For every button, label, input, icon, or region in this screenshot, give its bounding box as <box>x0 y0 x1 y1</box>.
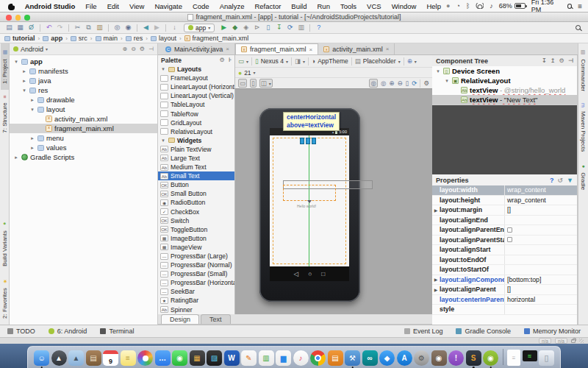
property-row-layout-alignparentend[interactable]: layout:alignParentEnd <box>432 225 577 236</box>
menu-analyze[interactable]: Analyze <box>215 2 250 10</box>
chevron-right-icon[interactable]: ▸ <box>29 97 35 103</box>
palette-item-gridlayout[interactable]: GridLayout <box>158 118 234 127</box>
settings-icon[interactable]: ⚙ <box>219 57 224 63</box>
close-icon[interactable]: × <box>386 46 390 52</box>
hello-world-text[interactable]: Hello world! <box>297 204 316 208</box>
coverage-icon[interactable]: ◈ <box>241 23 251 32</box>
palette-section-widgets[interactable]: ▾Widgets <box>158 136 234 145</box>
menu-run[interactable]: Run <box>312 2 334 10</box>
toolwindow-6-android[interactable]: 6: Android <box>49 328 87 335</box>
debug-icon[interactable]: ◆ <box>230 23 240 32</box>
palette-item-medium-text[interactable]: AbMedium Text <box>158 163 234 171</box>
palette-item-linearlayout-vertical[interactable]: LinearLayout (Vertical) <box>158 91 234 100</box>
messages-icon[interactable]: … <box>155 350 171 366</box>
palette-item-checkbox[interactable]: ✓CheckBox <box>158 208 234 216</box>
notification-center-icon[interactable]: ≡ <box>578 2 582 10</box>
project-view-selector[interactable]: Android <box>21 46 43 53</box>
synchronize-icon[interactable]: Ø <box>26 23 36 32</box>
preview-icon[interactable]: ▲ <box>68 350 84 366</box>
close-icon[interactable]: × <box>226 46 229 52</box>
toolwindow-event-log[interactable]: Event Log <box>404 328 443 335</box>
hide-panel-icon[interactable]: ⊣ <box>568 57 573 64</box>
expand-all-icon[interactable]: ↧ <box>542 57 547 64</box>
locate-icon[interactable]: ⊕ <box>122 46 127 52</box>
zoom-in-icon[interactable]: ⊕ <box>389 79 394 87</box>
menu-android-studio[interactable]: Android Studio <box>20 2 81 10</box>
system-preferences-icon[interactable]: ⚙ <box>414 350 429 366</box>
menu-navigate[interactable]: Navigate <box>149 2 187 10</box>
close-window-icon[interactable] <box>6 15 12 21</box>
chevron-down-icon[interactable]: ▾ <box>29 107 35 113</box>
property-row-layout-tostartof[interactable]: layout:toStartOf <box>432 265 577 275</box>
collapse-all-icon[interactable]: ↥ <box>551 57 556 64</box>
zoom-window-icon[interactable] <box>24 15 30 21</box>
component-relativelayout[interactable]: ▾▣RelativeLayout <box>432 76 577 85</box>
palette-item-progressbar-large[interactable]: —ProgressBar (Large) <box>158 252 234 261</box>
palette-item-progressbar-normal[interactable]: —ProgressBar (Normal) <box>158 261 234 269</box>
collapse-all-icon[interactable]: ⊖ <box>131 46 136 52</box>
project-tree-item-java[interactable]: ▸java <box>10 76 157 85</box>
property-row-layout-alignstart[interactable]: layout:alignStart <box>432 245 577 255</box>
palette-item-large-text[interactable]: AbLarge Text <box>158 154 234 163</box>
refresh-icon[interactable]: ⟳ <box>412 79 417 87</box>
device-selector[interactable]: ▯Nexus 4▾ <box>255 57 288 65</box>
toolwindow-2-favorites[interactable]: 2: Favorites ★ <box>1 272 9 325</box>
image-capture-icon[interactable]: ▨ <box>207 350 222 366</box>
copy-icon[interactable]: ⧉ <box>84 23 93 32</box>
app-store-icon[interactable]: A <box>397 350 412 366</box>
property-row-layout-alignend[interactable]: layout:alignEnd <box>432 216 577 226</box>
palette-item-spinner[interactable]: AbSpinner <box>158 305 234 314</box>
toolwindow-todo[interactable]: TODO <box>7 328 35 335</box>
safari-icon[interactable]: ◆ <box>379 350 395 366</box>
monitor-icon[interactable]: ▥ <box>296 23 306 32</box>
resize-grip[interactable] <box>579 339 584 343</box>
contacts-icon[interactable]: ▤ <box>86 350 101 366</box>
toolwindow-build-variants[interactable]: Build Variants ● <box>1 216 9 272</box>
expand-arrow-icon[interactable]: ▶ <box>432 287 440 292</box>
menu-view[interactable]: View <box>124 2 149 10</box>
design-canvas[interactable]: ▴ 5:00 ◁ ○ □ <box>235 89 432 314</box>
itunes-icon[interactable]: ♪ <box>293 350 309 366</box>
search-everywhere-icon[interactable] <box>576 25 581 30</box>
checkbox[interactable] <box>507 227 512 233</box>
notifications-icon[interactable]: ● <box>446 3 450 10</box>
palette-item-small-text[interactable]: AbSmall Text <box>158 171 234 180</box>
toolwindow-terminal[interactable]: Terminal <box>100 328 134 335</box>
collapse-icon[interactable]: ↓ <box>170 23 179 32</box>
palette-item-plain-textview[interactable]: AbPlain TextView <box>158 145 234 154</box>
palette-item-seekbar[interactable]: —SeekBar <box>158 287 234 296</box>
menubar-clock[interactable]: Fri 1:36 PM <box>531 0 562 13</box>
paste-icon[interactable]: ▥ <box>95 23 104 32</box>
photo-booth-icon[interactable]: ▦ <box>190 350 205 366</box>
locale-selector[interactable]: ⊕▾ <box>407 57 417 65</box>
toolwindow-commander[interactable]: ▥ Commander <box>579 43 587 97</box>
back-icon[interactable]: ◀ <box>141 23 151 32</box>
chevron-down-icon[interactable]: ▾ <box>21 88 27 93</box>
chevron-right-icon[interactable]: ▸ <box>29 135 35 141</box>
component-device-screen[interactable]: ▾▯Device Screen <box>432 66 577 76</box>
component-textview-new-text[interactable]: AbtextView - "New Text" <box>432 95 577 105</box>
launchpad-icon[interactable]: ▲ <box>51 350 67 366</box>
api-level-selector[interactable]: ●21▾ <box>238 69 256 77</box>
property-row-layout-aligncomponent[interactable]: ▶layout:alignComponent[bottom:top] <box>432 275 577 286</box>
filter-icon[interactable]: ▼ <box>567 177 573 184</box>
palette-item-framelayout[interactable]: FrameLayout <box>158 74 234 82</box>
menu-build[interactable]: Build <box>286 2 312 10</box>
volume-icon[interactable]: ♪ <box>490 3 493 10</box>
lock-icon[interactable] <box>571 339 576 343</box>
configuration-menu[interactable]: ▭▾ <box>238 57 248 65</box>
help-icon[interactable]: ? <box>314 23 323 32</box>
toolwindow-maven-projects[interactable]: m Maven Projects <box>579 97 587 158</box>
palette-item-relativelayout[interactable]: RelativeLayout <box>158 127 234 136</box>
breadcrumb-fragment-main-xml[interactable]: xfragment_main.xml <box>184 35 249 42</box>
window-titlebar[interactable]: fragment_main.xml - [app] - tutorial - [… <box>0 13 588 22</box>
run-configuration-selector[interactable]: app ▾ <box>184 24 215 32</box>
project-tree-item-manifests[interactable]: ▸manifests <box>10 66 157 76</box>
menu-window[interactable]: Window <box>387 2 422 10</box>
property-row-layout-alignparentstart[interactable]: layout:alignParentStart <box>432 236 577 246</box>
orientation-selector[interactable]: ◨▾ <box>295 57 305 65</box>
attach-debugger-icon[interactable]: ⊳ <box>252 23 262 32</box>
menu-refactor[interactable]: Refactor <box>249 2 286 10</box>
keynote-icon[interactable]: ▆ <box>276 350 291 366</box>
breadcrumb-src[interactable]: src <box>71 35 87 42</box>
